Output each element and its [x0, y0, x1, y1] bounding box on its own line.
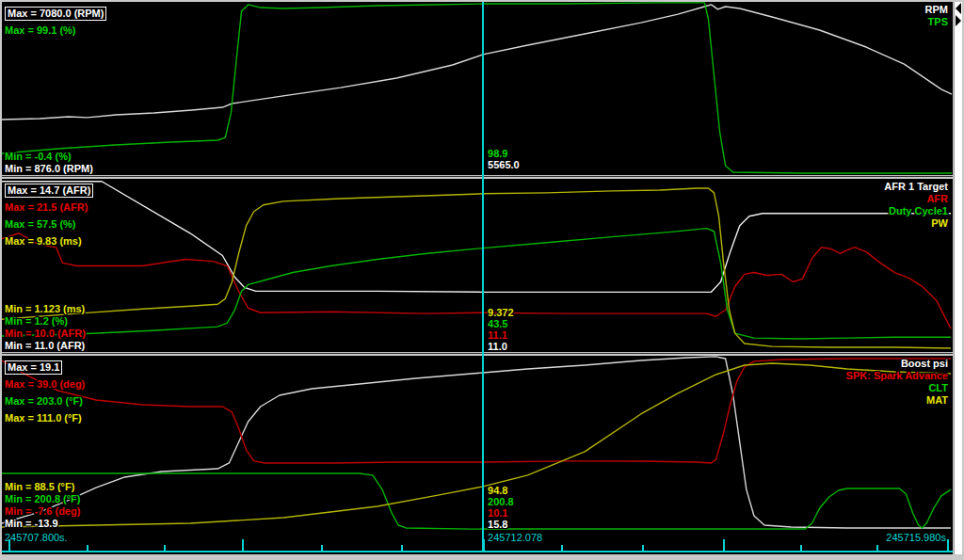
panel-rpm-tps[interactable]: Max = 7080.0 (RPM)Max = 99.1 (%)Min = -0… — [2, 2, 953, 175]
min-label: Min = -13.9 — [5, 518, 81, 530]
fuel-afr-cursor-values: 9.37243.511.111.0 — [488, 307, 514, 352]
max-label: Max = 57.5 (%) — [5, 218, 76, 230]
cursor-value: 43.5 — [488, 318, 514, 329]
axis-minor-tick — [876, 545, 878, 551]
min-label: Min = 200.8 (°F) — [5, 493, 81, 505]
max-label-row: Max = 39.0 (deg) — [5, 375, 85, 392]
legend-afr-1-target[interactable]: AFR 1 Target — [884, 181, 948, 193]
max-label-row: Max = 7080.0 (RPM) — [5, 4, 106, 21]
collapse-left-icon[interactable] — [956, 3, 961, 14]
axis-major-tick — [8, 539, 10, 551]
max-label-row: Max = 19.1 — [5, 358, 85, 375]
boost-spark-temp-plot — [2, 356, 953, 530]
time-axis-cursor-label: 245712.078 — [488, 532, 542, 543]
cursor-value: 5565.0 — [488, 159, 520, 170]
legend-spk-spark-advance[interactable]: SPK: Spark Advance — [846, 370, 948, 382]
cursor-value: 11.0 — [488, 341, 514, 352]
rpm-tps-plot — [2, 2, 953, 175]
max-label: Max = 111.0 (°F) — [5, 412, 82, 424]
clt-trace — [2, 473, 951, 529]
min-label: Min = -0.4 (%) — [5, 151, 93, 163]
legend-pw[interactable]: PW — [884, 217, 948, 230]
graph-area: Max = 7080.0 (RPM)Max = 99.1 (%)Min = -0… — [2, 2, 953, 554]
legend-tps[interactable]: TPS — [925, 16, 948, 28]
legend-clt[interactable]: CLT — [846, 382, 948, 394]
axis-minor-tick — [561, 545, 563, 551]
axis-major-tick — [242, 539, 244, 551]
max-label: Max = 39.0 (deg) — [5, 378, 85, 390]
rpm-tps-legend: RPMTPS — [925, 4, 948, 28]
cursor-value: 11.1 — [488, 329, 514, 341]
fuel-afr-plot — [2, 179, 953, 352]
legend-afr[interactable]: AFR — [884, 193, 948, 205]
fuel-afr-min-labels: Min = 1.123 (ms)Min = 1.2 (%)Min = 10.0 … — [5, 303, 86, 352]
time-axis-end-label: 245715.980s. — [886, 532, 949, 543]
axis-minor-tick — [164, 545, 166, 551]
panel-fuel-afr[interactable]: Max = 14.7 (AFR)Max = 21.5 (AFR)Max = 57… — [2, 179, 953, 352]
max-label-row: Max = 21.5 (AFR) — [5, 198, 93, 215]
min-label: Min = 1.123 (ms) — [5, 303, 86, 315]
cursor-value: 98.9 — [488, 148, 520, 159]
panel-boost-spark-temp[interactable]: Max = 19.1Max = 39.0 (deg)Max = 203.0 (°… — [2, 356, 953, 530]
rpm-trace — [2, 5, 952, 120]
boost-spark-temp-max-labels: Max = 19.1Max = 39.0 (deg)Max = 203.0 (°… — [5, 358, 85, 425]
log-viewer-window: Max = 7080.0 (RPM)Max = 99.1 (%)Min = -0… — [0, 0, 964, 560]
axis-minor-tick — [87, 545, 88, 551]
time-cursor[interactable] — [482, 2, 484, 551]
rpm-tps-cursor-values: 98.95565.0 — [488, 148, 520, 170]
min-label: Min = 11.0 (AFR) — [5, 340, 86, 352]
fuel-afr-legend: AFR 1 TargetAFRDuty Cycle1PW — [884, 181, 948, 230]
axis-minor-tick — [321, 545, 323, 551]
legend-boost-psi[interactable]: Boost psi — [846, 358, 948, 370]
collapse-right-icon[interactable] — [956, 15, 961, 26]
mat-trace — [2, 363, 951, 527]
legend-mat[interactable]: MAT — [846, 394, 948, 407]
cursor-value: 15.8 — [488, 519, 514, 530]
time-axis: 245707.800s. 245712.078 245715.980s. — [2, 530, 953, 552]
axis-minor-tick — [401, 545, 403, 551]
graph-scrollbar[interactable] — [954, 2, 962, 554]
max-label-row: Max = 203.0 (°F) — [5, 392, 85, 408]
afr-trace — [2, 233, 951, 328]
legend-rpm[interactable]: RPM — [925, 4, 948, 16]
min-label: Min = 10.0 (AFR) — [5, 328, 86, 340]
rpm-tps-min-labels: Min = -0.4 (%)Min = 876.0 (RPM) — [5, 151, 93, 175]
min-label: Min = 876.0 (RPM) — [5, 163, 93, 175]
min-label: Min = 88.5 (°F) — [5, 481, 81, 493]
rpm-tps-max-labels: Max = 7080.0 (RPM)Max = 99.1 (%) — [5, 4, 106, 38]
afr-1-target-trace — [2, 182, 951, 293]
boost-spark-temp-min-labels: Min = 88.5 (°F)Min = 200.8 (°F)Min = -7.… — [5, 481, 81, 530]
duty-cycle1-trace — [2, 229, 951, 339]
axis-minor-tick — [800, 545, 802, 551]
cursor-value: 200.8 — [488, 496, 514, 507]
max-label-row: Max = 9.83 (ms) — [5, 232, 93, 248]
max-label: Max = 7080.0 (RPM) — [5, 7, 106, 21]
legend-duty-cycle1[interactable]: Duty Cycle1 — [884, 205, 948, 217]
cursor-value: 9.372 — [488, 307, 514, 318]
time-axis-start-label: 245707.800s. — [5, 532, 68, 543]
boost-spark-temp-legend: Boost psiSPK: Spark AdvanceCLTMAT — [846, 358, 948, 407]
max-label: Max = 203.0 (°F) — [5, 395, 83, 407]
axis-major-tick — [723, 539, 725, 551]
spark-advance-trace — [2, 359, 951, 463]
axis-minor-tick — [642, 545, 644, 551]
max-label-row: Max = 99.1 (%) — [5, 21, 106, 38]
pw-trace — [2, 188, 951, 348]
tps-trace — [2, 3, 952, 173]
graph-panels: Max = 7080.0 (RPM)Max = 99.1 (%)Min = -0… — [2, 2, 953, 530]
cursor-value: 94.8 — [488, 485, 514, 496]
fuel-afr-max-labels: Max = 14.7 (AFR)Max = 21.5 (AFR)Max = 57… — [5, 181, 93, 248]
max-label-row: Max = 14.7 (AFR) — [5, 181, 93, 198]
max-label: Max = 14.7 (AFR) — [5, 184, 93, 198]
min-label: Min = -7.6 (deg) — [5, 505, 81, 518]
max-label: Max = 99.1 (%) — [5, 24, 76, 36]
max-label-row: Max = 111.0 (°F) — [5, 408, 85, 425]
max-label: Max = 21.5 (AFR) — [5, 201, 88, 213]
boost-psi-trace — [2, 357, 951, 528]
max-label-row: Max = 57.5 (%) — [5, 215, 93, 232]
axis-major-tick — [947, 539, 949, 551]
cursor-value: 10.1 — [488, 507, 514, 519]
max-label: Max = 9.83 (ms) — [5, 235, 82, 247]
max-label: Max = 19.1 — [5, 360, 62, 375]
min-label: Min = 1.2 (%) — [5, 315, 86, 328]
